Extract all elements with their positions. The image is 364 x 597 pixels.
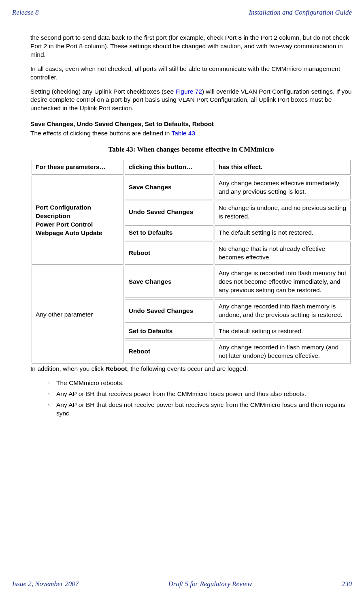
reboot-bold: Reboot — [105, 365, 127, 372]
footer-draft: Draft 5 for Regulatory Review — [168, 580, 252, 589]
effect-cell: No change is undone, and no previous set… — [215, 201, 351, 224]
figure-72-link[interactable]: Figure 72 — [175, 88, 202, 95]
effect-cell: Any change recorded in flash memory (and… — [215, 340, 351, 364]
button-label: Set to Defaults — [129, 229, 173, 236]
para-1: the second port to send data back to the… — [30, 34, 352, 59]
events-list: The CMMmicro reboots. Any AP or BH that … — [30, 379, 352, 418]
para-2: In all cases, even when not checked, all… — [30, 65, 352, 82]
effect-cell: The default setting is not restored. — [215, 225, 351, 240]
button-label: Reboot — [129, 348, 150, 355]
content-area: the second port to send data back to the… — [30, 34, 352, 571]
table-43-link[interactable]: Table 43 — [171, 130, 195, 137]
param-line: Power Port Control — [36, 221, 93, 228]
button-cell: Reboot — [125, 340, 213, 364]
button-cell: Set to Defaults — [125, 324, 213, 339]
button-label: Undo Saved Changes — [129, 208, 193, 215]
button-label: Save Changes — [129, 278, 172, 285]
table-row: Any other parameter Save Changes Any cha… — [32, 266, 351, 298]
page-header: Release 8 Installation and Configuration… — [12, 8, 352, 17]
list-item: The CMMmicro reboots. — [47, 379, 352, 387]
effect-cell: Any change becomes effective immediately… — [215, 176, 351, 199]
para-3: Setting (checking) any Uplink Port check… — [30, 88, 352, 113]
para-5-b: , the following events occur and are log… — [127, 365, 248, 372]
table-head-button: clicking this button… — [125, 160, 213, 175]
table-caption: Table 43: When changes become effective … — [30, 145, 352, 154]
effect-cell: The default setting is restored. — [215, 324, 351, 339]
param-line: Webpage Auto Update — [36, 229, 102, 236]
header-title: Installation and Configuration Guide — [249, 8, 352, 17]
table-head-effect: has this effect. — [215, 160, 351, 175]
para-5-a: In addition, when you click — [30, 365, 105, 372]
para-3-a: Setting (checking) any Uplink Port check… — [30, 88, 175, 95]
param-line: Description — [36, 212, 70, 219]
page: Release 8 Installation and Configuration… — [0, 0, 364, 597]
param-line: Port Configuration — [36, 204, 91, 211]
footer-page: 230 — [342, 580, 352, 589]
button-cell: Undo Saved Changes — [125, 299, 213, 323]
param-group-1: Port Configuration Description Power Por… — [32, 176, 123, 265]
param-group-2: Any other parameter — [32, 266, 123, 363]
para-4: The effects of clicking these buttons ar… — [30, 129, 352, 138]
footer-issue: Issue 2, November 2007 — [12, 580, 79, 589]
effects-table: For these parameters… clicking this butt… — [30, 158, 352, 365]
para-4-b: . — [195, 130, 197, 137]
section-heading-buttons: Save Changes, Undo Saved Changes, Set to… — [30, 120, 352, 128]
button-label: Undo Saved Changes — [129, 307, 193, 314]
list-item: Any AP or BH that receives power from th… — [47, 390, 352, 398]
button-cell: Set to Defaults — [125, 225, 213, 240]
list-item: Any AP or BH that does not receive power… — [47, 401, 352, 418]
button-cell: Undo Saved Changes — [125, 201, 213, 224]
button-cell: Reboot — [125, 242, 213, 265]
header-release: Release 8 — [12, 8, 39, 17]
table-row: For these parameters… clicking this butt… — [32, 160, 351, 175]
para-5: In addition, when you click Reboot, the … — [30, 365, 352, 373]
effect-cell: No change that is not already effective … — [215, 242, 351, 265]
button-label: Save Changes — [129, 184, 172, 190]
para-4-a: The effects of clicking these buttons ar… — [30, 130, 171, 137]
effect-cell: Any change is recorded into flash memory… — [215, 266, 351, 298]
button-cell: Save Changes — [125, 266, 213, 298]
table-row: Port Configuration Description Power Por… — [32, 176, 351, 199]
button-label: Set to Defaults — [129, 327, 173, 334]
button-label: Reboot — [129, 249, 150, 256]
table-head-params: For these parameters… — [32, 160, 123, 175]
page-footer: Issue 2, November 2007 Draft 5 for Regul… — [12, 571, 352, 589]
button-cell: Save Changes — [125, 176, 213, 199]
effect-cell: Any change recorded into flash memory is… — [215, 299, 351, 323]
